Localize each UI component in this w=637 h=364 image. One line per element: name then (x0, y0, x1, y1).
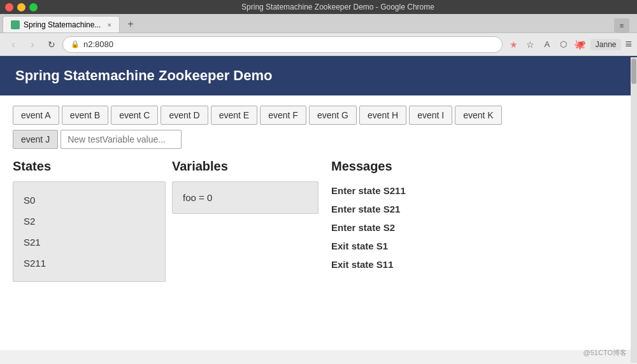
messages-section: Messages Enter state S211Enter state S21… (331, 159, 624, 282)
app-header: Spring Statemachine Zookeeper Demo (0, 56, 637, 95)
tab-favicon-icon (11, 20, 20, 29)
back-button[interactable]: ‹ (5, 36, 22, 53)
nav-bar: ‹ › ↻ 🔒 n2:8080 ★ ☆ A ⬡ 🐙 Janne ≡ (0, 33, 637, 56)
address-bar[interactable]: 🔒 n2:8080 (62, 36, 503, 53)
watermark: @51CTO博客 (583, 348, 627, 358)
event-j-button[interactable]: event J (13, 130, 58, 149)
minimize-window-button[interactable] (17, 3, 25, 11)
variables-section: Variables foo = 0 (172, 159, 318, 282)
state-item: S21 (24, 232, 155, 253)
tab-close-button[interactable]: × (107, 21, 111, 29)
main-content: event Aevent Bevent Cevent Devent Eevent… (0, 95, 637, 350)
event-g-button[interactable]: event G (309, 106, 357, 125)
event-f-button[interactable]: event F (260, 106, 306, 125)
nav-right-icons: ★ ☆ A ⬡ 🐙 Janne ≡ (508, 38, 632, 51)
tab-bar: Spring Statemachine... × + ≡ (0, 14, 637, 33)
event-h-button[interactable]: event H (359, 106, 406, 125)
window-title: Spring Statemachine Zookeeper Demo - Goo… (44, 3, 632, 11)
window-controls (5, 3, 38, 11)
state-item: S2 (24, 211, 155, 232)
tab-right-controls: ≡ (609, 18, 634, 32)
reader-mode-icon[interactable]: A (541, 38, 554, 51)
test-variable-input[interactable] (61, 130, 182, 149)
user-button[interactable]: Janne (590, 39, 622, 50)
content-grid: States S0S2S21S211 Variables foo = 0 Mes… (13, 159, 624, 282)
event-d-button[interactable]: event D (161, 106, 208, 125)
address-text: n2:8080 (83, 39, 494, 49)
github-icon[interactable]: 🐙 (574, 38, 587, 51)
states-section: States S0S2S21S211 (13, 159, 166, 282)
maximize-window-button[interactable] (29, 3, 38, 11)
chrome-menu-button[interactable]: ≡ (625, 38, 632, 51)
event-buttons-row1: event Aevent Bevent Cevent Devent Eevent… (13, 106, 624, 125)
cast-icon[interactable]: ⬡ (557, 38, 570, 51)
state-item: S211 (24, 253, 155, 274)
event-e-button[interactable]: event E (211, 106, 257, 125)
bookmark-icon[interactable]: ☆ (524, 38, 537, 51)
message-item: Exit state S1 (331, 237, 624, 255)
app-title: Spring Statemachine Zookeeper Demo (15, 67, 272, 83)
scrollbar-thumb[interactable] (631, 59, 636, 84)
message-item: Exit state S11 (331, 255, 624, 274)
forward-button[interactable]: › (24, 36, 41, 53)
event-a-button[interactable]: event A (13, 106, 59, 125)
messages-list: Enter state S211Enter state S21Enter sta… (331, 181, 624, 274)
messages-title: Messages (331, 159, 624, 174)
states-box: S0S2S21S211 (13, 181, 166, 282)
refresh-button[interactable]: ↻ (43, 36, 60, 53)
event-c-button[interactable]: event C (111, 106, 158, 125)
scrollbar[interactable] (631, 57, 637, 363)
event-b-button[interactable]: event B (62, 106, 108, 125)
variables-box: foo = 0 (172, 181, 318, 214)
title-bar: Spring Statemachine Zookeeper Demo - Goo… (0, 0, 637, 14)
event-i-button[interactable]: event I (409, 106, 452, 125)
variable-value: foo = 0 (183, 192, 212, 203)
tab-label: Spring Statemachine... (24, 20, 101, 29)
message-item: Enter state S211 (331, 181, 624, 200)
bookmark-star-icon[interactable]: ★ (508, 38, 520, 51)
variables-title: Variables (172, 159, 318, 174)
event-k-button[interactable]: event K (455, 106, 501, 125)
states-title: States (13, 159, 166, 174)
active-tab[interactable]: Spring Statemachine... × (3, 16, 120, 32)
message-item: Enter state S21 (331, 200, 624, 218)
tab-menu-button[interactable]: ≡ (614, 18, 629, 32)
message-item: Enter state S2 (331, 218, 624, 237)
state-item: S0 (24, 190, 155, 211)
address-icon: 🔒 (71, 40, 80, 48)
event-j-row: event J (13, 130, 624, 149)
close-window-button[interactable] (5, 3, 13, 11)
new-tab-button[interactable]: + (122, 16, 139, 32)
